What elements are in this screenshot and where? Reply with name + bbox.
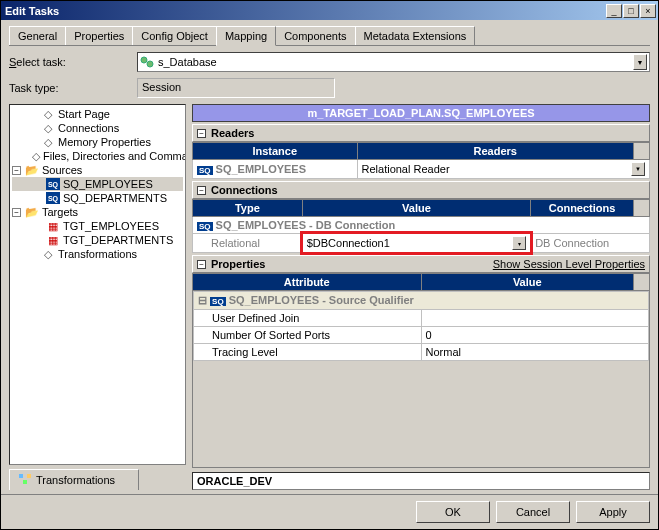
sq-icon: SQ [46,192,60,204]
tab-general[interactable]: General [9,26,66,45]
collapse-icon[interactable]: − [12,208,21,217]
tree-connections[interactable]: ◇ Connections [12,121,183,135]
sq-icon: SQ [210,297,226,306]
readers-header: − Readers [192,124,650,142]
properties-header: − Properties Show Session Level Properti… [192,255,650,273]
tree-files-dirs[interactable]: ◇ Files, Directories and Commands [12,149,183,163]
folder-icon: 📂 [25,164,39,176]
document-icon: ◇ [41,108,55,120]
sq-icon: SQ [197,166,213,175]
tab-mapping[interactable]: Mapping [216,26,276,46]
readers-grid: Instance Readers SQSQ_EMPLOYEES Relation… [192,142,650,179]
tree-sq-departments[interactable]: SQ SQ_DEPARTMENTS [12,191,183,205]
folder-icon: 📂 [25,206,39,218]
tree-sq-employees[interactable]: SQ SQ_EMPLOYEES [12,177,183,191]
chevron-down-icon[interactable]: ▼ [633,54,647,70]
cancel-button[interactable]: Cancel [496,501,570,523]
collapse-icon[interactable]: − [197,129,206,138]
collapse-icon[interactable]: − [197,186,206,195]
svg-point-0 [141,57,147,63]
document-icon: ◇ [32,150,40,162]
table-row[interactable]: Number Of Sorted Ports 0 [194,327,649,344]
col-attribute: Attribute [193,274,422,291]
properties-grid: Attribute Value [192,273,650,291]
col-connections: Connections [531,200,634,217]
tab-components[interactable]: Components [275,26,355,45]
tree-sources[interactable]: − 📂 Sources [12,163,183,177]
transformations-tab[interactable]: Transformations [9,469,139,490]
select-task-dropdown[interactable]: s_Database ▼ [137,52,650,72]
chevron-down-icon[interactable]: ▼ [631,162,645,176]
scroll-spacer [634,200,650,217]
table-row[interactable]: Relational $DBConnection1 ▾ DB Connectio… [193,234,650,253]
svg-rect-2 [19,474,23,478]
minimize-button[interactable]: _ [606,4,622,18]
task-type-label: Task type: [9,82,137,94]
tree-targets[interactable]: − 📂 Targets [12,205,183,219]
sq-icon: SQ [46,178,60,190]
task-type-value: Session [137,78,335,98]
ok-button[interactable]: OK [416,501,490,523]
table-row[interactable]: Tracing Level Normal [194,344,649,361]
edit-tasks-window: Edit Tasks _ □ × General Properties Conf… [0,0,659,530]
tree-transformations[interactable]: ◇ Transformations [12,247,183,261]
scroll-spacer [634,143,650,160]
mapping-title: m_TARGET_LOAD_PLAN.SQ_EMPLOYEES [192,104,650,122]
tree-tgt-employees[interactable]: ▦ TGT_EMPLOYEES [12,219,183,233]
table-group-row: ⊟ SQSQ_EMPLOYEES - Source Qualifier [194,292,649,310]
scroll-spacer [634,274,650,291]
target-icon: ▦ [46,220,60,232]
task-icon [140,56,154,68]
col-value: Value [302,200,531,217]
show-session-properties-link[interactable]: Show Session Level Properties [493,258,645,270]
tab-metadata-extensions[interactable]: Metadata Extensions [355,26,476,45]
svg-point-1 [147,61,153,67]
status-bar: ORACLE_DEV [192,472,650,490]
dialog-buttons: OK Cancel Apply [1,494,658,529]
table-row[interactable]: User Defined Join [194,310,649,327]
navigation-tree[interactable]: ◇ Start Page ◇ Connections ◇ Memory Prop… [9,104,186,465]
table-row[interactable]: SQSQ_EMPLOYEES Relational Reader▼ [193,160,650,179]
connections-grid: Type Value Connections SQSQ_EMPLOYEES - … [192,199,650,253]
transform-icon [18,473,32,487]
connections-header: − Connections [192,181,650,199]
dialog-content: General Properties Config Object Mapping… [1,20,658,494]
select-task-value: s_Database [158,56,217,68]
col-type: Type [193,200,303,217]
select-task-label: Select task: [9,56,137,68]
col-value: Value [421,274,634,291]
target-icon: ▦ [46,234,60,246]
svg-rect-3 [27,474,31,478]
titlebar: Edit Tasks _ □ × [1,1,658,20]
col-readers: Readers [357,143,633,160]
close-button[interactable]: × [640,4,656,18]
document-icon: ◇ [41,248,55,260]
col-instance: Instance [193,143,358,160]
svg-rect-4 [23,480,27,484]
collapse-icon[interactable]: − [12,166,21,175]
tab-properties[interactable]: Properties [65,26,133,45]
tree-start-page[interactable]: ◇ Start Page [12,107,183,121]
document-icon: ◇ [41,122,55,134]
maximize-button[interactable]: □ [623,4,639,18]
sq-icon: SQ [197,222,213,231]
tab-config-object[interactable]: Config Object [132,26,217,45]
db-connection-value: $DBConnection1 [307,237,390,249]
tree-memory-properties[interactable]: ◇ Memory Properties [12,135,183,149]
main-tabs: General Properties Config Object Mapping… [9,26,650,46]
collapse-icon[interactable]: − [197,260,206,269]
dropdown-button[interactable]: ▾ [512,236,526,250]
document-icon: ◇ [41,136,55,148]
apply-button[interactable]: Apply [576,501,650,523]
window-title: Edit Tasks [5,5,606,17]
table-group-row: SQSQ_EMPLOYEES - DB Connection [193,217,650,234]
properties-scroll[interactable]: ⊟ SQSQ_EMPLOYEES - Source Qualifier User… [192,291,650,468]
mapping-detail-panel: m_TARGET_LOAD_PLAN.SQ_EMPLOYEES − Reader… [192,104,650,490]
tree-tgt-departments[interactable]: ▦ TGT_DEPARTMENTS [12,233,183,247]
